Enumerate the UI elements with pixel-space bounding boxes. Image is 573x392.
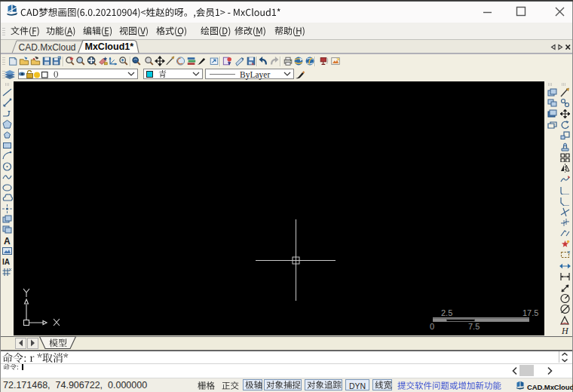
svg-text:A: A xyxy=(4,236,11,246)
svg-text:IA: IA xyxy=(2,258,10,266)
svg-text:H: H xyxy=(561,326,569,335)
